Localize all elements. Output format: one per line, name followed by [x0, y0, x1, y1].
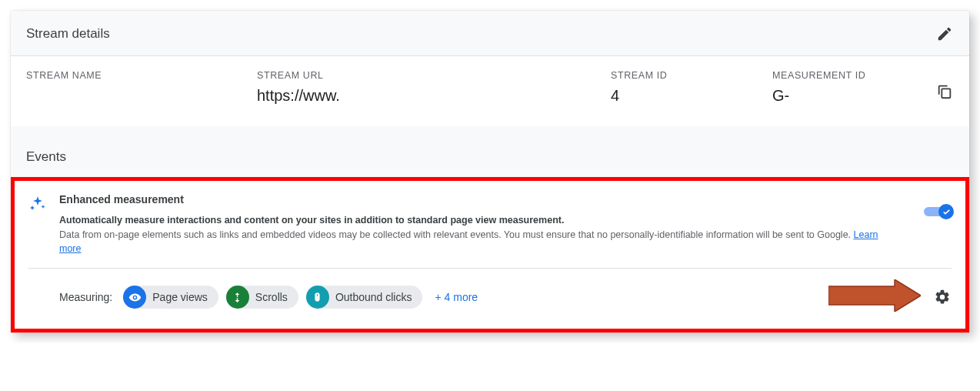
enhanced-measurement-card: Enhanced measurement Automatically measu…	[11, 177, 969, 333]
enhanced-measurement-subtitle: Automatically measure interactions and c…	[59, 215, 899, 226]
chip-page-views-label: Page views	[152, 291, 208, 303]
mouse-icon	[306, 286, 329, 309]
measuring-label: Measuring:	[59, 291, 112, 303]
gear-icon[interactable]	[933, 288, 952, 306]
measurement-id-value: G-	[772, 87, 865, 105]
chip-scrolls: Scrolls	[226, 286, 298, 309]
stream-name-label: STREAM NAME	[26, 70, 257, 81]
chip-page-views: Page views	[123, 286, 218, 309]
events-header: Events	[11, 135, 969, 177]
callout-arrow	[828, 279, 921, 315]
enhanced-measurement-description: Data from on-page elements such as links…	[59, 229, 899, 256]
copy-icon[interactable]	[935, 82, 954, 101]
chip-outbound-clicks-label: Outbound clicks	[335, 291, 412, 303]
svg-marker-1	[828, 279, 921, 312]
measuring-row: Measuring: Page views Scrolls Outbound c…	[28, 269, 952, 319]
eye-icon	[123, 286, 146, 309]
stream-id-label: STREAM ID	[611, 70, 772, 81]
enhanced-measurement-description-text: Data from on-page elements such as links…	[59, 229, 854, 240]
stream-details-body: STREAM NAME STREAM URL https://www. STRE…	[11, 56, 969, 126]
stream-url-value: https://www.	[257, 87, 611, 105]
chip-scrolls-label: Scrolls	[255, 291, 288, 303]
stream-id-value: 4	[611, 87, 772, 105]
stream-url-label: STREAM URL	[257, 70, 611, 81]
stream-details-header: Stream details	[11, 11, 969, 56]
events-title: Events	[26, 149, 66, 165]
measurement-id-label: MEASUREMENT ID	[772, 70, 865, 81]
enhanced-measurement-title: Enhanced measurement	[59, 193, 899, 206]
enhanced-measurement-toggle[interactable]	[924, 204, 952, 219]
chip-outbound-clicks: Outbound clicks	[306, 286, 423, 309]
stream-details-title: Stream details	[26, 26, 110, 42]
sparkle-icon	[28, 193, 50, 216]
edit-icon[interactable]	[935, 25, 954, 43]
more-chips-link[interactable]: + 4 more	[435, 291, 478, 303]
svg-rect-0	[942, 89, 950, 98]
scroll-icon	[226, 286, 249, 309]
